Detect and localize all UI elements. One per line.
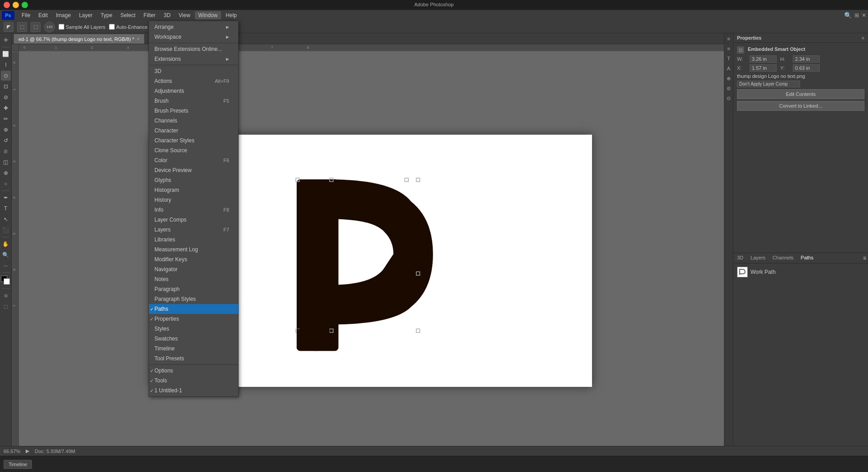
menu-type[interactable]: Type xyxy=(97,11,116,19)
lasso-tool[interactable]: ⌇ xyxy=(1,60,11,70)
tool-mode-btn[interactable]: ◤ xyxy=(4,22,14,32)
type-tool[interactable]: T xyxy=(1,204,11,213)
tab-channels[interactable]: Channels xyxy=(769,254,797,262)
extra-tools[interactable]: ··· xyxy=(1,261,11,271)
move-tool[interactable]: ✛ xyxy=(1,35,11,45)
menu-item-actions[interactable]: ActionsAlt+F9 xyxy=(149,76,238,86)
sample-all-layers-option[interactable]: Sample All Layers xyxy=(59,24,105,30)
screen-mode-btn[interactable]: ⬚ xyxy=(1,301,11,311)
menu-file[interactable]: File xyxy=(18,11,34,19)
menu-item-info[interactable]: InfoF8 xyxy=(149,205,238,215)
menu-item-3d[interactable]: 3D xyxy=(149,66,238,76)
menu-item-browse-extensions-online...[interactable]: Browse Extensions Online... xyxy=(149,44,238,54)
quick-mask-btn[interactable]: ⊙ xyxy=(1,290,11,300)
color-selector[interactable] xyxy=(1,276,11,286)
sample-all-layers-checkbox[interactable] xyxy=(59,24,64,30)
brush-preset-btn2[interactable]: ⬚ xyxy=(31,22,41,32)
menu-item-swatches[interactable]: Swatches xyxy=(149,334,238,344)
blur-tool[interactable]: ⊗ xyxy=(1,168,11,178)
gradient-tool[interactable]: ◫ xyxy=(1,157,11,167)
menu-select[interactable]: Select xyxy=(117,11,139,19)
tab-paths[interactable]: Paths xyxy=(797,254,817,262)
menu-item-options[interactable]: Options xyxy=(149,366,238,376)
menu-item-device-preview[interactable]: Device Preview xyxy=(149,165,238,175)
menu-item-libraries[interactable]: Libraries xyxy=(149,235,238,245)
menu-window[interactable]: Window xyxy=(195,11,222,19)
menu-item-character-styles[interactable]: Character Styles xyxy=(149,136,238,145)
menu-item-arrange[interactable]: Arrange▶ xyxy=(149,22,238,32)
tab-3d[interactable]: 3D xyxy=(733,254,747,262)
menu-item-tool-presets[interactable]: Tool Presets xyxy=(149,354,238,363)
menu-item-glyphs[interactable]: Glyphs xyxy=(149,175,238,185)
eraser-tool[interactable]: ⎚ xyxy=(1,146,11,156)
menu-image[interactable]: Image xyxy=(52,11,74,19)
menu-item-channels[interactable]: Channels xyxy=(149,116,238,126)
menu-item-navigator[interactable]: Navigator xyxy=(149,264,238,274)
clone-tool[interactable]: ⊕ xyxy=(1,125,11,135)
menu-item-clone-source[interactable]: Clone Source xyxy=(149,145,238,155)
menu-item-notes[interactable]: Notes xyxy=(149,274,238,284)
convert-to-linked-button[interactable]: Convert to Linked... xyxy=(737,101,864,111)
path-selection-tool[interactable]: ↖ xyxy=(1,214,11,224)
panel-toggle-2[interactable]: ≡ xyxy=(725,45,732,52)
menu-item-paragraph-styles[interactable]: Paragraph Styles xyxy=(149,294,238,304)
menu-edit[interactable]: Edit xyxy=(35,11,51,19)
hand-tool[interactable]: ✋ xyxy=(1,239,11,249)
menu-item-modifier-keys[interactable]: Modifier Keys xyxy=(149,254,238,264)
panel-toggle-6[interactable]: ⊘ xyxy=(725,85,732,92)
panel-toggle-1[interactable]: ≡ xyxy=(725,35,732,42)
window-dropdown-menu[interactable]: Arrange▶Workspace▶Browse Extensions Onli… xyxy=(149,21,239,397)
close-window-button[interactable] xyxy=(4,2,10,8)
menu-item-extensions[interactable]: Extensions▶ xyxy=(149,54,238,64)
menu-item-histogram[interactable]: Histogram xyxy=(149,185,238,195)
menu-item-brush[interactable]: BrushF5 xyxy=(149,96,238,106)
auto-enhance-checkbox[interactable] xyxy=(109,24,115,30)
menu-filter[interactable]: Filter xyxy=(140,11,159,19)
panel-collapse-btn[interactable]: ≡ xyxy=(862,36,864,41)
brush-preview[interactable]: 143 xyxy=(44,22,55,32)
timeline-taskbar-btn[interactable]: Timeline xyxy=(4,460,32,469)
menu-item-workspace[interactable]: Workspace▶ xyxy=(149,32,238,42)
menu-item-tools[interactable]: Tools xyxy=(149,376,238,386)
close-icon[interactable]: ✕ xyxy=(862,12,866,18)
edit-contents-button[interactable]: Edit Contents xyxy=(737,89,864,99)
healing-tool[interactable]: ✚ xyxy=(1,103,11,113)
menu-3d[interactable]: 3D xyxy=(160,11,174,19)
panel-options-btn[interactable]: ≡ xyxy=(861,254,868,262)
tab-close-btn[interactable]: × xyxy=(137,36,140,41)
menu-item-paragraph[interactable]: Paragraph xyxy=(149,284,238,294)
menu-view[interactable]: View xyxy=(175,11,194,19)
menu-item-measurement-log[interactable]: Measurement Log xyxy=(149,245,238,254)
tab-layers[interactable]: Layers xyxy=(747,254,769,262)
maximize-window-button[interactable] xyxy=(22,2,28,8)
quick-selection-tool[interactable]: ⊙ xyxy=(1,71,11,81)
menu-item-history[interactable]: History xyxy=(149,195,238,205)
panel-toggle-3[interactable]: T xyxy=(725,55,732,62)
panel-toggle-4[interactable]: A xyxy=(725,65,732,72)
menu-item-brush-presets[interactable]: Brush Presets xyxy=(149,106,238,116)
menu-item-color[interactable]: ColorF6 xyxy=(149,155,238,165)
work-path-item[interactable]: Work Path xyxy=(735,265,866,279)
history-brush-tool[interactable]: ↺ xyxy=(1,136,11,145)
menu-item-1-untitled-1[interactable]: 1 Untitled-1 xyxy=(149,386,238,395)
background-color[interactable] xyxy=(4,278,10,285)
dodge-tool[interactable]: ○ xyxy=(1,179,11,189)
panel-toggle-5[interactable]: ⊕ xyxy=(725,75,732,82)
selection-tool[interactable]: ⬜ xyxy=(1,49,11,59)
search-icon[interactable]: 🔍 xyxy=(844,12,852,19)
menu-item-paths[interactable]: Paths xyxy=(149,304,238,314)
shape-tool[interactable]: ⬛ xyxy=(1,225,11,235)
menu-item-adjustments[interactable]: Adjustments xyxy=(149,86,238,96)
panel-toggle-7[interactable]: ⊙ xyxy=(725,95,732,102)
status-arrow[interactable]: ▶ xyxy=(26,448,29,454)
menu-item-layers[interactable]: LayersF7 xyxy=(149,225,238,235)
menu-item-layer-comps[interactable]: Layer Comps xyxy=(149,215,238,225)
menu-help[interactable]: Help xyxy=(222,11,240,19)
menu-item-styles[interactable]: Styles xyxy=(149,324,238,334)
zoom-tool[interactable]: 🔍 xyxy=(1,250,11,260)
document-tab[interactable]: ed-1 @ 66.7% (thump design Logo no text,… xyxy=(14,34,145,44)
pen-tool[interactable]: ✒ xyxy=(1,193,11,203)
auto-enhance-option[interactable]: Auto-Enhance xyxy=(109,24,148,30)
minimize-window-button[interactable] xyxy=(13,2,19,8)
menu-item-timeline[interactable]: Timeline xyxy=(149,344,238,354)
